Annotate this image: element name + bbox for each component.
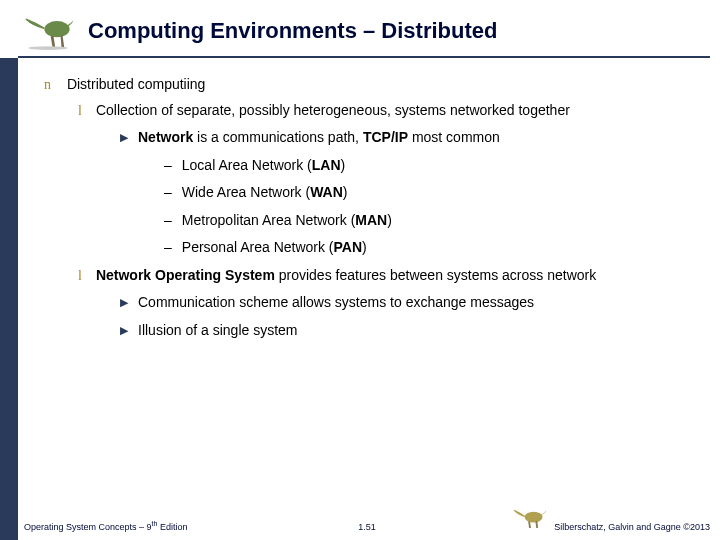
arrow-icon: ▶ bbox=[120, 324, 128, 340]
footer-right: Silberschatz, Galvin and Gagne ©2013 bbox=[512, 506, 710, 532]
dash-icon: – bbox=[164, 184, 172, 202]
footer-left: Operating System Concepts – 9th Edition bbox=[24, 520, 187, 532]
bullet-lvl1: n Distributed computiing bbox=[44, 76, 700, 94]
bullet-lvl2: l Network Operating System provides feat… bbox=[78, 267, 700, 285]
bullet-marker: n bbox=[44, 77, 51, 92]
svg-point-0 bbox=[44, 21, 69, 37]
slide-number: 1.51 bbox=[358, 522, 376, 532]
bullet-text: Communication scheme allows systems to e… bbox=[138, 294, 534, 312]
bullet-lvl2: l Collection of separate, possibly heter… bbox=[78, 102, 700, 120]
svg-point-2 bbox=[524, 512, 542, 523]
bullet-text: Illusion of a single system bbox=[138, 322, 298, 340]
bullet-lvl3: ▶ Network is a communications path, TCP/… bbox=[120, 129, 700, 147]
bullet-text: Collection of separate, possibly heterog… bbox=[96, 102, 570, 120]
slide-title: Computing Environments – Distributed bbox=[88, 18, 497, 44]
slide-content: n Distributed computiing l Collection of… bbox=[44, 70, 700, 500]
arrow-icon: ▶ bbox=[120, 296, 128, 312]
bullet-text: Metropolitan Area Network (MAN) bbox=[182, 212, 392, 230]
dash-icon: – bbox=[164, 239, 172, 257]
bullet-lvl4: – Local Area Network (LAN) bbox=[164, 157, 700, 175]
bullet-text: Wide Area Network (WAN) bbox=[182, 184, 348, 202]
bullet-marker: l bbox=[78, 102, 82, 120]
svg-point-1 bbox=[28, 46, 68, 50]
bullet-lvl4: – Metropolitan Area Network (MAN) bbox=[164, 212, 700, 230]
bullet-text: Local Area Network (LAN) bbox=[182, 157, 345, 175]
bullet-text: Distributed computiing bbox=[67, 76, 206, 92]
bullet-text: Personal Area Network (PAN) bbox=[182, 239, 367, 257]
bullet-text: Network Operating System provides featur… bbox=[96, 267, 596, 285]
dinosaur-icon bbox=[18, 10, 78, 52]
slide-header: Computing Environments – Distributed bbox=[18, 6, 710, 58]
bullet-lvl3: ▶ Communication scheme allows systems to… bbox=[120, 294, 700, 312]
bullet-lvl3: ▶ Illusion of a single system bbox=[120, 322, 700, 340]
dinosaur-icon bbox=[512, 506, 548, 532]
bullet-marker: l bbox=[78, 267, 82, 285]
dash-icon: – bbox=[164, 212, 172, 230]
slide-footer: Operating System Concepts – 9th Edition … bbox=[24, 506, 710, 532]
bullet-lvl4: – Personal Area Network (PAN) bbox=[164, 239, 700, 257]
bullet-lvl4: – Wide Area Network (WAN) bbox=[164, 184, 700, 202]
bullet-text: Network is a communications path, TCP/IP… bbox=[138, 129, 500, 147]
arrow-icon: ▶ bbox=[120, 131, 128, 147]
sidebar-accent bbox=[0, 58, 18, 540]
dash-icon: – bbox=[164, 157, 172, 175]
